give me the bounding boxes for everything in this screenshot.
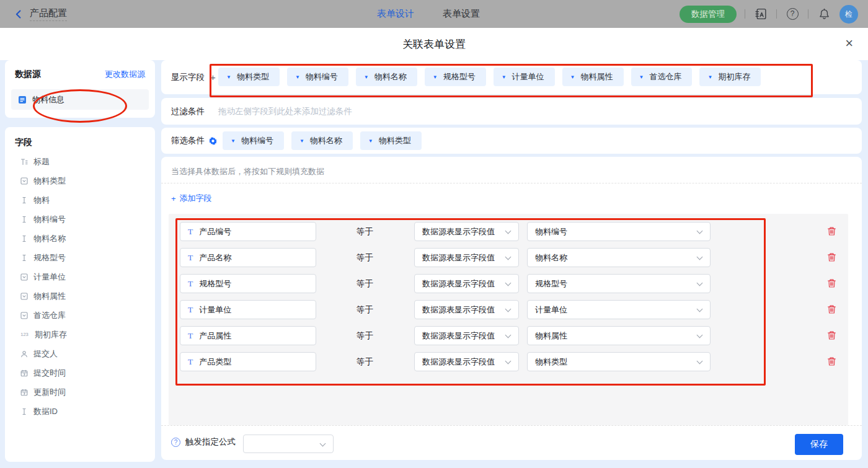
topbar-actions: 数据管理 ? 检 (680, 0, 858, 28)
target-field-input[interactable]: T产品类型 (180, 352, 316, 371)
sidebar-field-item[interactable]: 提交人 (5, 344, 155, 363)
source-type-select[interactable]: 数据源表显示字段值 (414, 352, 519, 371)
source-type-select[interactable]: 数据源表显示字段值 (414, 326, 519, 345)
filter-card: 过滤条件 拖动左侧字段到此处来添加过滤条件 (161, 98, 862, 125)
sidebar-field-label: 物料属性 (33, 291, 66, 302)
sidebar-field-item[interactable]: 物料编号 (5, 210, 155, 229)
add-display-field-icon[interactable]: + (210, 72, 216, 82)
help-circle-icon[interactable]: ? (171, 438, 180, 447)
select-field-icon (20, 312, 28, 319)
sidebar-field-item[interactable]: 物料名称 (5, 229, 155, 248)
help-icon[interactable]: ? (785, 7, 800, 22)
screen-field-tag-label: 物料类型 (379, 135, 411, 146)
address-book-icon[interactable] (753, 7, 768, 22)
source-field-select[interactable]: 计量单位 (527, 300, 711, 319)
select-field-icon (20, 177, 28, 185)
delete-row-icon[interactable] (827, 356, 837, 367)
source-field-select[interactable]: 物料编号 (527, 222, 711, 241)
dropdown-triangle-icon: ▼ (433, 74, 438, 79)
screen-field-tag[interactable]: ▼物料名称 (291, 131, 353, 150)
display-field-tag[interactable]: ▼物料名称 (356, 68, 417, 86)
dropdown-triangle-icon: ▼ (707, 74, 712, 79)
close-icon[interactable]: × (845, 34, 853, 53)
sidebar-field-item[interactable]: 123期初库存 (5, 325, 155, 344)
display-field-tag-label: 规格型号 (443, 71, 476, 82)
source-field-value: 规格型号 (535, 278, 567, 289)
target-field-value: 规格型号 (199, 278, 231, 289)
display-field-tag[interactable]: ▼物料属性 (562, 68, 624, 86)
avatar[interactable]: 检 (839, 5, 858, 24)
datasource-item[interactable]: 物料信息 (11, 89, 149, 110)
filter-dropzone-placeholder[interactable]: 拖动左侧字段到此处来添加过滤条件 (218, 106, 352, 117)
mapping-row: T产品类型等于数据源表显示字段值物料类型 (169, 352, 848, 371)
sidebar-field-item[interactable]: 首选仓库 (5, 306, 155, 325)
delete-row-icon[interactable] (827, 304, 837, 315)
delete-row-icon[interactable] (827, 226, 837, 237)
display-field-tag[interactable]: ▼规格型号 (425, 68, 486, 86)
delete-row-icon[interactable] (827, 252, 837, 263)
source-field-select[interactable]: 物料类型 (527, 352, 711, 371)
filter-label: 过滤条件 (171, 106, 205, 117)
formula-select[interactable] (243, 435, 334, 453)
sidebar-field-label: 物料编号 (33, 214, 66, 225)
sidebar-field-item[interactable]: 规格型号 (5, 248, 155, 267)
target-field-input[interactable]: T规格型号 (180, 274, 316, 293)
display-field-tag-label: 物料属性 (581, 71, 613, 82)
datasource-item-label: 物料信息 (32, 94, 64, 105)
sidebar-field-item[interactable]: 标题 (5, 152, 155, 171)
delete-row-icon[interactable] (827, 278, 837, 289)
source-field-select[interactable]: 规格型号 (527, 274, 711, 293)
delete-row-icon[interactable] (827, 330, 837, 341)
target-field-input[interactable]: T产品名称 (180, 248, 316, 267)
source-type-select[interactable]: 数据源表显示字段值 (414, 222, 519, 241)
source-type-select[interactable]: 数据源表显示字段值 (414, 300, 519, 319)
target-field-input[interactable]: T计量单位 (180, 300, 316, 319)
sidebar-field-label: 规格型号 (33, 252, 66, 263)
sidebar-field-item[interactable]: 物料 (5, 190, 155, 210)
text-field-icon: T (188, 253, 193, 263)
sidebar-field-item[interactable]: 计量单位 (5, 267, 155, 286)
tab-form-settings[interactable]: 表单设置 (443, 8, 480, 20)
change-datasource-link[interactable]: 更改数据源 (105, 69, 145, 80)
mapping-row: T产品名称等于数据源表显示字段值物料名称 (169, 248, 848, 267)
text-field-icon: T (188, 357, 193, 367)
sidebar-field-label: 计量单位 (33, 272, 66, 283)
sidebar-field-item[interactable]: 物料类型 (5, 171, 155, 190)
display-field-tag-label: 物料名称 (374, 71, 407, 82)
source-field-select[interactable]: 物料属性 (527, 326, 711, 345)
number-field-icon: 123 (20, 332, 29, 337)
bell-icon[interactable] (817, 7, 831, 22)
source-field-select[interactable]: 物料名称 (527, 248, 711, 267)
target-field-input[interactable]: T产品编号 (180, 222, 316, 241)
display-field-tag[interactable]: ▼物料类型 (218, 68, 280, 86)
sidebar-field-label: 首选仓库 (33, 310, 66, 321)
back-button[interactable]: 产品配置 (14, 0, 67, 28)
source-type-select[interactable]: 数据源表显示字段值 (414, 248, 519, 267)
sidebar-field-item[interactable]: 更新时间 (5, 382, 155, 402)
screen-field-tag[interactable]: ▼物料编号 (223, 131, 284, 150)
save-button[interactable]: 保存 (795, 434, 843, 455)
target-field-input[interactable]: T产品属性 (180, 326, 316, 345)
source-type-select[interactable]: 数据源表显示字段值 (414, 274, 519, 293)
trigger-formula-row: ? 触发指定公式 (171, 436, 236, 448)
display-field-tag[interactable]: ▼期初库存 (699, 68, 761, 86)
sidebar-field-item[interactable]: 提交时间 (5, 363, 155, 382)
tab-form-design[interactable]: 表单设计 (377, 8, 414, 20)
target-field-value: 产品编号 (199, 226, 231, 237)
gear-icon[interactable] (209, 137, 217, 145)
data-manage-button[interactable]: 数据管理 (680, 6, 737, 23)
sidebar-field-item[interactable]: 数据ID (5, 402, 155, 421)
screen-tags: ▼物料编号▼物料名称▼物料类型 (223, 131, 429, 150)
source-type-value: 数据源表显示字段值 (422, 278, 495, 289)
calendar-field-icon (20, 389, 28, 396)
sidebar-field-item[interactable]: 物料属性 (5, 286, 155, 306)
designer-tabs: 表单设计 表单设置 (377, 0, 480, 28)
add-field-button[interactable]: + 添加字段 (171, 193, 212, 204)
select-field-icon (20, 293, 28, 300)
display-field-tag[interactable]: ▼计量单位 (494, 68, 555, 86)
operator-label: 等于 (356, 252, 373, 263)
display-field-tag[interactable]: ▼首选仓库 (631, 68, 693, 86)
display-field-tag[interactable]: ▼物料编号 (287, 68, 348, 86)
screen-field-tag[interactable]: ▼物料类型 (360, 131, 422, 150)
operator-label: 等于 (356, 356, 373, 368)
